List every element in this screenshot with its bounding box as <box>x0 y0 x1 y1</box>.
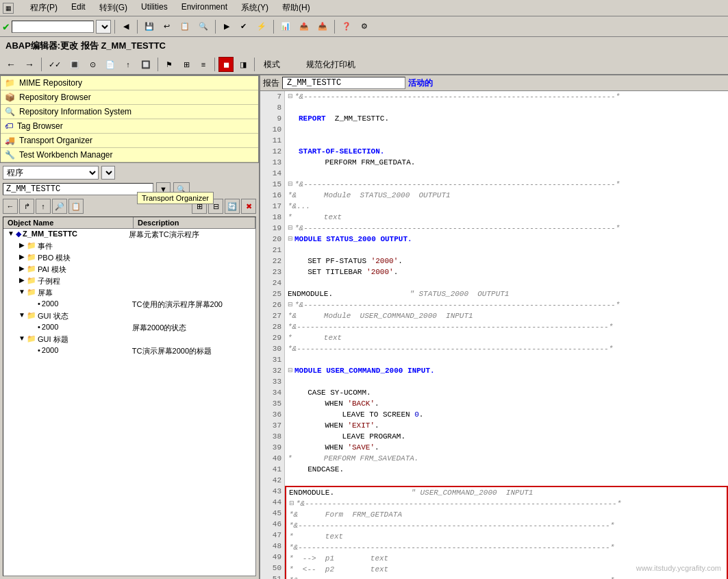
t2-btn6[interactable]: 🔲 <box>138 57 154 72</box>
tree-item-pbo[interactable]: ▶ 📁 PBO 模块 <box>3 252 255 264</box>
menu-system[interactable]: 系统(Y) <box>238 1 271 14</box>
t2-btn10[interactable]: ◼ <box>218 57 234 72</box>
tree-item-gui-title[interactable]: ▼ 📁 GUI 标题 <box>3 334 255 345</box>
toolbar1: ✔ ◀ 💾 ↩ 📋 🔍 ▶ ✔ ⚡ 📊 📤 📥 ❓ ⚙ <box>0 16 728 37</box>
check-btn[interactable]: ✔ <box>236 19 251 34</box>
title-bar: ABAP编辑器:更改 报告 Z_MM_TESTTC <box>0 37 728 55</box>
save-btn[interactable]: 💾 <box>141 19 158 34</box>
tree-expand-sub[interactable]: ▶ <box>17 276 27 284</box>
code-line-33 <box>285 376 728 387</box>
code-line-17: *&... <box>285 201 728 212</box>
menu-edit[interactable]: Edit <box>68 1 88 14</box>
tree-item-gui-status[interactable]: ▼ 📁 GUI 状态 <box>3 310 255 322</box>
tree-expand-pai[interactable]: ▶ <box>17 264 27 272</box>
testwb-label: Test Workbench Manager <box>19 150 113 160</box>
left-panel: 📁 MIME Repository 📦 Repository Browser 🔍… <box>0 75 260 579</box>
code-line-8 <box>285 102 728 113</box>
menu-goto[interactable]: 转到(G) <box>97 1 130 14</box>
settings-btn[interactable]: ⚙ <box>357 19 372 34</box>
t2-btn2[interactable]: 🔳 <box>66 57 83 72</box>
tree-item-sub[interactable]: ▶ 📁 子例程 <box>3 275 255 287</box>
nav-repo-info[interactable]: 🔍 Repository Information System <box>1 105 258 119</box>
tree-close-btn[interactable]: ✖ <box>241 199 256 214</box>
menu-utilities[interactable]: Utilities <box>138 1 171 14</box>
back-btn[interactable]: ◀ <box>118 19 134 34</box>
menu-program[interactable]: 程序(P) <box>27 1 60 14</box>
run-btn[interactable]: ▶ <box>219 19 234 34</box>
tree-item-guit2000[interactable]: • 2000 TC演示屏幕2000的标题 <box>3 345 255 357</box>
tree-item-screens[interactable]: ▼ 📁 屏幕 <box>3 287 255 299</box>
command-field[interactable] <box>12 21 94 33</box>
sep-t2-3 <box>214 58 215 71</box>
tree-label-guit: GUI 标题 <box>38 334 139 345</box>
activate-btn[interactable]: ⚡ <box>253 19 270 34</box>
tree-item-pai[interactable]: ▶ 📁 PAI 模块 <box>3 264 255 275</box>
nav-test-wb[interactable]: 🔧 Test Workbench Manager <box>1 148 258 162</box>
transport-label: Transport Organizer <box>19 136 92 145</box>
btn6[interactable]: 📤 <box>296 19 312 34</box>
nav-mime-repo[interactable]: 📁 MIME Repository <box>1 76 258 90</box>
code-content[interactable]: ⊟*&-------------------------------------… <box>285 91 728 579</box>
nav-transport[interactable]: 🚚 Transport Organizer <box>1 134 258 148</box>
repo-label: Repository Browser <box>19 93 91 102</box>
tree-up-btn[interactable]: ↑ <box>36 199 51 214</box>
combo-arrow[interactable] <box>101 166 115 180</box>
code-line-44: ⊟*&-------------------------------------… <box>286 498 727 509</box>
menu-environment[interactable]: Environment <box>179 1 230 14</box>
nav-menu: 📁 MIME Repository 📦 Repository Browser 🔍… <box>0 75 259 163</box>
t2-btn1[interactable]: ✓✓ <box>45 57 64 72</box>
tree-label-gs2000: 2000 <box>42 323 132 331</box>
tree-refresh-btn[interactable]: 🔄 <box>225 199 240 214</box>
tree-expand-screens[interactable]: ▼ <box>17 288 27 295</box>
tree-expand-0[interactable]: ▼ <box>6 230 16 237</box>
repoinfo-label: Repository Information System <box>19 107 131 116</box>
tree-btn2[interactable]: 📋 <box>68 199 84 214</box>
command-dropdown[interactable] <box>96 20 111 34</box>
code-line-18: * text <box>285 212 728 223</box>
t2-btn8[interactable]: ⊞ <box>179 57 194 72</box>
tree-back-btn[interactable]: ← <box>3 199 18 214</box>
t2-btn5[interactable]: ↑ <box>121 57 136 72</box>
col-object-name: Object Name <box>3 217 134 228</box>
browser-controls: 程序 <box>3 166 256 180</box>
code-line-34: CASE SY-UCOMM. <box>285 387 728 398</box>
tree-label-sub: 子例程 <box>38 276 139 286</box>
tree-forward-btn[interactable]: ↱ <box>19 199 34 214</box>
t2-btn4[interactable]: 📄 <box>102 57 118 72</box>
nav-tag-browser[interactable]: 🏷 Tag Browser <box>1 119 258 134</box>
tree-item-screen2000[interactable]: • 2000 TC使用的演示程序屏幕200 <box>3 299 255 310</box>
tree-expand-pbo[interactable]: ▶ <box>17 253 27 260</box>
window-title: ABAP编辑器:更改 报告 Z_MM_TESTTC <box>5 40 166 51</box>
tree-btn1[interactable]: 🔎 <box>52 199 67 214</box>
input-row: ▼ 🔍 <box>3 182 256 196</box>
help-btn[interactable]: ❓ <box>338 19 355 34</box>
t2-btn3[interactable]: ⊙ <box>85 57 100 72</box>
t2-btn9[interactable]: ≡ <box>196 57 211 72</box>
code-line-22: SET PF-STATUS '2000'. <box>285 256 728 267</box>
btn5[interactable]: 📊 <box>277 19 294 34</box>
tree-expand-events[interactable]: ▶ <box>17 241 27 249</box>
tree-expand-guis[interactable]: ▼ <box>17 311 27 319</box>
code-line-24 <box>285 278 728 288</box>
copy-btn[interactable]: 📋 <box>177 19 193 34</box>
watermark: www.itstudy.ycgrafity.com <box>636 564 721 572</box>
menu-help[interactable]: 帮助(H) <box>279 1 313 14</box>
nav-repo-browser[interactable]: 📦 Repository Browser <box>1 90 258 105</box>
find-btn[interactable]: 🔍 <box>195 19 212 34</box>
tree-item-events[interactable]: ▶ 📁 事件 <box>3 241 255 252</box>
code-line-45: *& Form FRM_GETDATA <box>286 509 727 520</box>
t2-btn11[interactable]: ◨ <box>236 57 251 72</box>
undo-btn[interactable]: ↩ <box>160 19 175 34</box>
nav-forward-btn[interactable]: → <box>21 57 38 72</box>
object-name-input[interactable] <box>3 183 153 195</box>
tree-expand-guit[interactable]: ▼ <box>17 334 27 342</box>
separator3 <box>215 20 216 34</box>
t2-btn7[interactable]: ⚑ <box>162 57 177 72</box>
btn7[interactable]: 📥 <box>314 19 331 34</box>
report-value-field[interactable]: Z_MM_TESTTC <box>282 77 405 89</box>
object-type-combo[interactable]: 程序 <box>3 166 99 180</box>
tree-item-root[interactable]: ▼ ◆ Z_MM_TESTTC 屏幕元素TC演示程序 <box>3 229 255 241</box>
tree-item-guis2000[interactable]: • 2000 屏幕2000的状态 <box>3 322 255 334</box>
code-line-35: WHEN 'BACK'. <box>285 398 728 409</box>
nav-back-btn[interactable]: ← <box>3 57 19 72</box>
